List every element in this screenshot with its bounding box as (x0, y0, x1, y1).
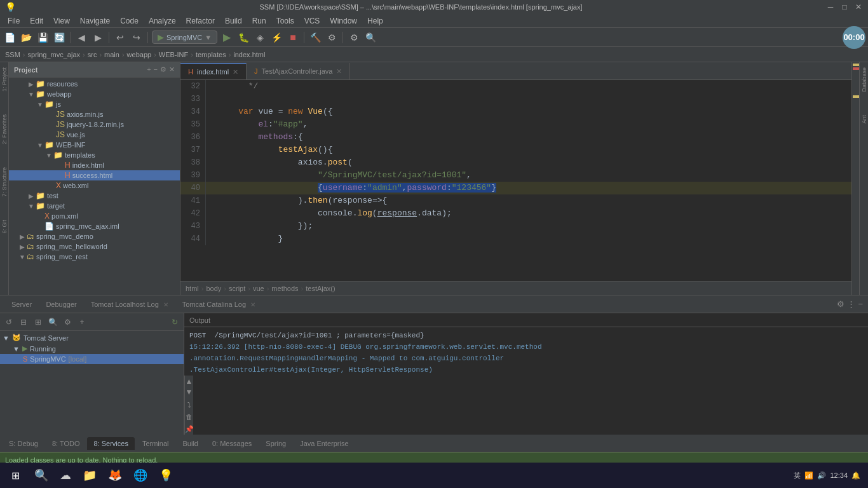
rebuild-btn[interactable]: ⚙ (325, 30, 339, 44)
taskbar-explorer[interactable]: 📁 (78, 463, 102, 487)
menu-help[interactable]: Help (362, 15, 388, 27)
options-icon[interactable]: ⋮ (847, 299, 855, 309)
tab-server[interactable]: Server (5, 298, 38, 311)
taskbar-search[interactable]: 🔍 (29, 463, 53, 487)
breadcrumb-webinf[interactable]: WEB-INF (159, 51, 188, 58)
maximize-button[interactable]: □ (840, 3, 849, 11)
breadcrumb-webapp[interactable]: webapp (127, 51, 152, 58)
breadcrumb-src[interactable]: src (88, 51, 97, 58)
editor-breadcrumb-methods[interactable]: methods (271, 285, 298, 292)
run-config-selector[interactable]: ▶ SpringMVC ▼ (152, 30, 217, 44)
tree-item-target[interactable]: ▼ 📁 target (9, 201, 180, 211)
tab-project[interactable]: 1: Project (0, 62, 8, 97)
tree-item-resources[interactable]: ▶ 📁 resources (9, 79, 180, 89)
minimize-button[interactable]: ─ (826, 3, 835, 11)
services-collapse-btn[interactable]: ⊟ (17, 316, 30, 329)
editor-breadcrumb-body[interactable]: body (206, 285, 221, 292)
menu-file[interactable]: File (3, 15, 25, 27)
editor-breadcrumb-testajax[interactable]: testAjax() (306, 285, 335, 292)
taskbar-widgets[interactable]: ☁ (55, 463, 76, 487)
tree-item-js[interactable]: ▼ 📁 js (9, 99, 180, 109)
settings-icon[interactable]: ⚙ (837, 299, 844, 309)
breadcrumb-templates[interactable]: templates (196, 51, 226, 58)
tree-item-iml[interactable]: 📄 spring_mvc_ajax.iml (9, 221, 180, 231)
menu-window[interactable]: Window (325, 15, 362, 27)
scroll-up-btn[interactable]: ▲ (186, 377, 193, 386)
tab-close-testajax[interactable]: ✕ (336, 67, 342, 76)
breadcrumb-ssm[interactable]: SSM (5, 51, 20, 58)
breadcrumb-indexhtml[interactable]: index.html (233, 51, 265, 58)
tab-favorites[interactable]: 2: Favorites (0, 109, 8, 149)
tree-item-jquery[interactable]: JS jquery-1.8.2.min.js (9, 119, 180, 130)
menu-edit[interactable]: Edit (25, 15, 48, 27)
tree-item-templates[interactable]: ▼ 📁 templates (9, 150, 180, 160)
tab-debugger[interactable]: Debugger (39, 298, 83, 311)
close-button[interactable]: ✕ (854, 3, 863, 11)
menu-tools[interactable]: Tools (271, 15, 299, 27)
run-button[interactable]: ▶ (220, 30, 234, 44)
tree-item-demo[interactable]: ▶ 🗂 spring_mvc_demo (9, 231, 180, 241)
clear-output-btn[interactable]: 🗑 (186, 413, 193, 421)
tree-item-successhtml[interactable]: H success.html (9, 170, 180, 180)
tab-messages[interactable]: 0: Messages (206, 437, 258, 450)
services-add-btn[interactable]: + (76, 316, 88, 329)
breadcrumb-main[interactable]: main (104, 51, 119, 58)
search-everywhere-btn[interactable]: 🔍 (363, 30, 377, 44)
ime-indicator[interactable]: 英 (794, 471, 801, 480)
hide-icon[interactable]: ✕ (169, 65, 175, 74)
tab-tomcat-catalina-close[interactable]: ✕ (250, 301, 255, 308)
tab-ant[interactable]: Ant (860, 110, 868, 129)
sync-btn[interactable]: 🔄 (52, 30, 66, 44)
collapse-icon[interactable]: − (154, 65, 158, 74)
tree-item-indexhtml[interactable]: H index.html (9, 160, 180, 170)
tab-todo[interactable]: 8: TODO (46, 437, 86, 450)
services-refresh-btn[interactable]: ↺ (3, 316, 15, 329)
services-springmvc[interactable]: S SpringMVC [local] (0, 354, 184, 364)
taskbar-intellij[interactable]: 💡 (154, 463, 178, 487)
taskbar-browser2[interactable]: 🌐 (128, 463, 153, 487)
tree-item-test[interactable]: ▶ 📁 test (9, 191, 180, 201)
redo-btn[interactable]: ↪ (130, 30, 144, 44)
menu-navigate[interactable]: Navigate (75, 15, 115, 27)
back-btn[interactable]: ◀ (74, 30, 88, 44)
menu-view[interactable]: View (48, 15, 75, 27)
forward-btn[interactable]: ▶ (91, 30, 105, 44)
tree-item-pomxml[interactable]: X pom.xml (9, 211, 180, 221)
editor-breadcrumb-script[interactable]: script (229, 285, 245, 292)
output-content[interactable]: POST /SpringMVC/test/ajax?id=1001 ; para… (184, 327, 868, 376)
settings-btn[interactable]: ⚙ (347, 30, 361, 44)
tab-services[interactable]: 8: Services (87, 437, 134, 450)
stop-button[interactable]: ■ (286, 30, 300, 44)
undo-btn[interactable]: ↩ (113, 30, 127, 44)
tab-indexhtml[interactable]: H index.html ✕ (180, 63, 247, 79)
tab-tomcat-localhost[interactable]: Tomcat Localhost Log ✕ (85, 298, 175, 311)
editor-breadcrumb-vue[interactable]: vue (253, 285, 264, 292)
services-tomcat[interactable]: ▼ 🐱 Tomcat Server (0, 332, 184, 343)
menu-build[interactable]: Build (220, 15, 247, 27)
new-file-btn[interactable]: 📄 (3, 30, 17, 44)
profile-btn[interactable]: ⚡ (269, 30, 283, 44)
pin-btn[interactable]: 📌 (185, 425, 194, 433)
tab-close-indexhtml[interactable]: ✕ (233, 68, 238, 76)
menu-code[interactable]: Code (115, 15, 144, 27)
tab-tomcat-catalina[interactable]: Tomcat Catalina Log ✕ (176, 298, 262, 311)
tab-s-debug[interactable]: S: Debug (3, 437, 44, 450)
settings-icon[interactable]: ⚙ (160, 65, 166, 74)
minimize-panel-icon[interactable]: − (858, 299, 863, 309)
add-icon[interactable]: + (147, 65, 151, 74)
wrap-text-btn[interactable]: ⤵ (187, 401, 191, 409)
build-btn[interactable]: 🔨 (308, 30, 322, 44)
tree-item-rest[interactable]: ▼ 🗂 spring_mvc_rest (9, 252, 180, 262)
tree-item-webinf[interactable]: ▼ 📁 WEB-INF (9, 140, 180, 150)
tab-testajaxcontroller[interactable]: J TestAjaxController.java ✕ (247, 63, 350, 79)
services-running[interactable]: ▼ ▶ Running (0, 343, 184, 354)
scroll-down-btn[interactable]: ▼ (186, 388, 193, 396)
menu-analyze[interactable]: Analyze (144, 15, 181, 27)
tree-item-webxml[interactable]: X web.xml (9, 180, 180, 191)
restart-icon[interactable]: ↻ (168, 316, 181, 329)
services-filter-btn[interactable]: 🔍 (46, 316, 59, 329)
tree-item-helloworld[interactable]: ▶ 🗂 spring_mvc_helloworld (9, 241, 180, 252)
tab-spring[interactable]: Spring (259, 437, 292, 450)
debug-button[interactable]: 🐛 (236, 30, 250, 44)
tree-item-axios[interactable]: JS axios.min.js (9, 109, 180, 119)
